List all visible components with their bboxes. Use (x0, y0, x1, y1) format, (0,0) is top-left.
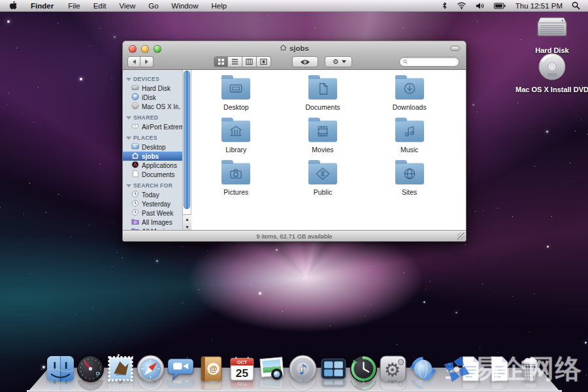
sidebar-item-today[interactable]: Today (123, 190, 182, 199)
menu-item-file[interactable]: File (61, 0, 87, 12)
folder-documents[interactable]: Documents (280, 75, 367, 118)
dock-icon-mail[interactable] (106, 354, 135, 384)
spotlight-icon[interactable] (568, 1, 588, 10)
menu-item-finder[interactable]: Finder (24, 0, 61, 12)
dock-icon-system-preferences[interactable]: ⚙⚙⚙⚙ (378, 354, 408, 384)
desktop-icon-hard-disk[interactable]: Hard Disk (518, 14, 586, 54)
dock-icon-dashboard[interactable] (76, 354, 105, 384)
bluetooth-icon[interactable] (437, 1, 452, 10)
star (534, 293, 534, 294)
folder-movies[interactable]: Movies (280, 118, 367, 160)
sidebar-item-yesterday[interactable]: Yesterday (123, 199, 182, 208)
folder-icon (308, 78, 337, 99)
desktop-icon-install-dvd[interactable]: DVD Mac OS X Install DVD (518, 52, 586, 93)
column-view-button[interactable] (242, 56, 257, 67)
volume-icon[interactable] (471, 2, 489, 10)
folder-label: Movies (312, 146, 333, 154)
dock-icon-spaces[interactable] (319, 354, 348, 384)
scrollbar-thumb[interactable] (184, 71, 190, 209)
star (16, 48, 17, 48)
dock-icon-document-stack-14[interactable] (456, 354, 485, 384)
back-button[interactable] (127, 56, 140, 67)
sidebar-header-devices[interactable]: DEVICES (123, 73, 182, 84)
sidebar-item-label: Yesterday (142, 201, 171, 208)
dock-icon-itunes[interactable]: ♪♪ (288, 354, 318, 384)
dock-icon-safari[interactable] (136, 354, 165, 384)
search-field[interactable] (399, 57, 459, 67)
search-input[interactable] (410, 58, 455, 65)
dock-icon-sync[interactable] (408, 354, 438, 384)
file-browser-area: DesktopDocumentsDownloadsLibraryMoviesMu… (191, 70, 466, 230)
dock-icon-iphoto[interactable] (257, 354, 287, 384)
sidebar-scrollbar[interactable]: ▲ ▼ (183, 70, 191, 230)
folder-library[interactable]: Library (193, 118, 280, 160)
quick-look-button[interactable] (292, 56, 318, 67)
window-header[interactable]: sjobs ⚙ (123, 41, 466, 70)
eject-icon[interactable] (174, 103, 180, 110)
menu-item-help[interactable]: Help (204, 0, 233, 12)
sidebar-item-label: Desktop (142, 144, 166, 151)
sidebar: DEVICESHard DiskiDiskMac OS X I...SHARED… (123, 70, 183, 230)
folder-downloads[interactable]: Downloads (366, 75, 453, 118)
star (282, 311, 283, 312)
star (89, 225, 90, 225)
dock-icon-time-machine[interactable] (349, 354, 378, 384)
hard-disk-icon (535, 14, 569, 44)
battery-icon[interactable] (489, 3, 510, 9)
dock-icon-ical[interactable]: OCT25OCT25 (227, 354, 257, 384)
svg-text:⚙: ⚙ (332, 57, 338, 65)
folder-public[interactable]: Public (280, 160, 367, 203)
star (29, 183, 30, 184)
svg-text:@: @ (210, 365, 218, 374)
folder-icon (221, 78, 250, 99)
star (494, 292, 495, 293)
clock-icon (131, 190, 139, 199)
sidebar-item-mac-os-x-i-[interactable]: Mac OS X I... (123, 102, 182, 111)
folder-desktop[interactable]: Desktop (193, 75, 280, 118)
dock-icon-address-book[interactable]: @@ (197, 354, 226, 384)
star (475, 211, 476, 212)
sidebar-header-shared[interactable]: SHARED (123, 111, 182, 122)
dock-icon-ichat[interactable] (166, 354, 195, 384)
sidebar-item-past-week[interactable]: Past Week (123, 208, 182, 218)
menu-item-go[interactable]: Go (142, 0, 165, 12)
icon-view-button[interactable] (214, 56, 228, 67)
dock-icon-document-stack-15[interactable] (485, 354, 514, 384)
action-menu-button[interactable]: ⚙ (325, 56, 352, 67)
disclosure-triangle-icon (126, 184, 131, 188)
sidebar-item-hard-disk[interactable]: Hard Disk (123, 84, 182, 93)
sidebar-item-airport-extreme[interactable]: AirPort Extreme (123, 122, 182, 131)
disclosure-triangle-icon (126, 116, 131, 120)
folder-pictures[interactable]: Pictures (193, 160, 280, 203)
disclosure-triangle-icon (126, 137, 131, 140)
toolbar-toggle-button[interactable] (450, 46, 460, 51)
sidebar-item-sjobs[interactable]: sjobs (123, 152, 182, 161)
sidebar-item-applications[interactable]: Applications (123, 161, 182, 170)
scrollbar-arrows: ▲ ▼ (183, 214, 191, 230)
sidebar-item-desktop[interactable]: Desktop (123, 142, 182, 152)
sidebar-item-documents[interactable]: Documents (123, 170, 182, 179)
desktop: FinderFileEditViewGoWindowHelp Thu 12:51… (0, 0, 588, 392)
sidebar-header-search-for[interactable]: SEARCH FOR (123, 179, 182, 190)
menu-item-view[interactable]: View (113, 0, 142, 12)
dock-icon-trash[interactable] (515, 354, 544, 384)
svg-text:♪: ♪ (299, 361, 308, 378)
coverflow-view-button[interactable] (257, 56, 271, 67)
sidebar-item-idisk[interactable]: iDisk (123, 93, 182, 102)
folder-sites[interactable]: Sites (366, 160, 453, 203)
menu-item-edit[interactable]: Edit (87, 0, 113, 12)
list-view-button[interactable] (228, 56, 242, 67)
star (269, 15, 269, 16)
menu-clock[interactable]: Thu 12:51 PM (510, 2, 568, 10)
forward-button[interactable] (140, 56, 154, 67)
star (465, 244, 466, 245)
wifi-icon[interactable] (452, 2, 471, 9)
scroll-up-button[interactable]: ▲ (183, 215, 191, 223)
dock-icon-finder[interactable] (46, 354, 75, 384)
resize-grip[interactable] (457, 233, 465, 240)
sidebar-item-all-images[interactable]: All Images (123, 218, 182, 227)
folder-music[interactable]: Music (366, 118, 453, 160)
sidebar-header-places[interactable]: PLACES (123, 131, 182, 142)
menu-item-window[interactable]: Window (165, 0, 205, 12)
apple-menu-icon[interactable] (0, 1, 24, 10)
